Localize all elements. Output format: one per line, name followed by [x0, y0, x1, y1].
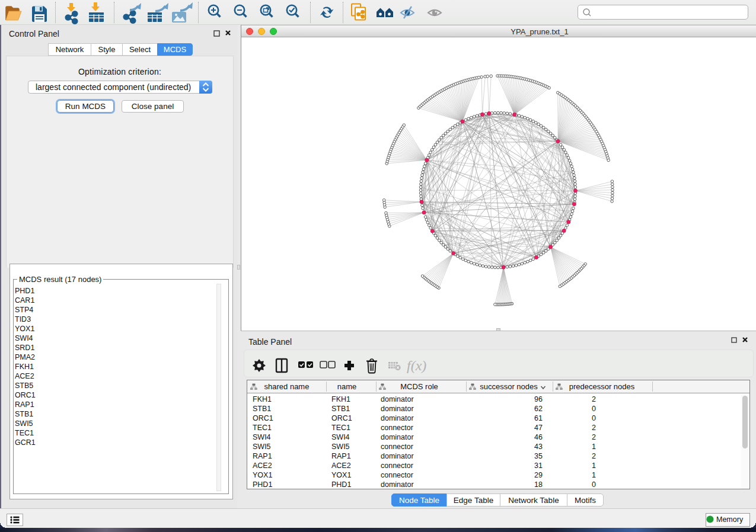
svg-text:f(x): f(x) — [407, 358, 426, 373]
